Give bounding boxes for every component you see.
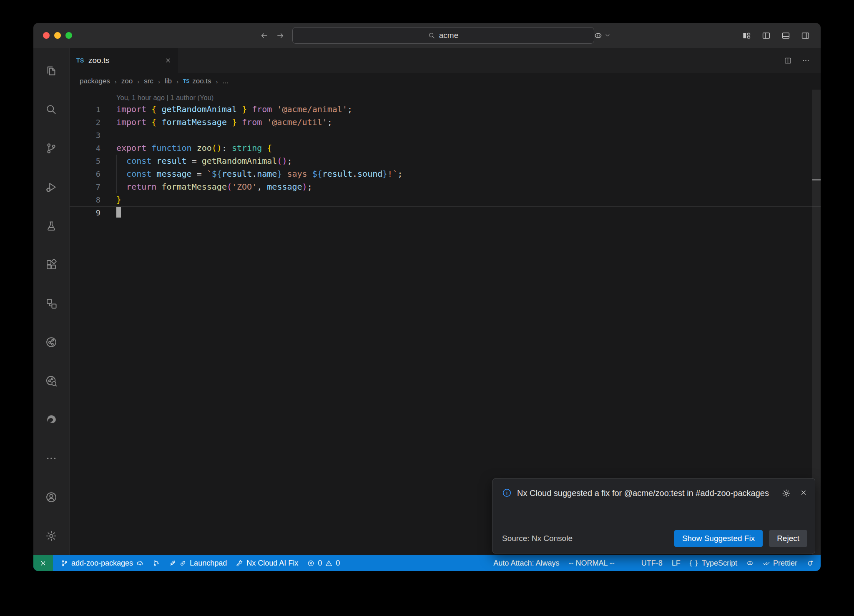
breadcrumb-item-lib[interactable]: lib (165, 77, 172, 85)
tab-zoo-ts[interactable]: TS zoo.ts (70, 48, 178, 73)
line-text: import { getRandomAnimal } from '@acme/a… (116, 103, 352, 116)
status-nx-cloud-ai-fix[interactable]: Nx Cloud AI Fix (231, 555, 303, 571)
copilot-icon (594, 31, 603, 40)
sidebar-item-testing[interactable] (33, 206, 69, 245)
breadcrumb-item-zoo-ts[interactable]: TSzoo.ts (183, 77, 211, 85)
reject-button[interactable]: Reject (769, 530, 807, 547)
edge-icon (45, 414, 57, 426)
chevron-right-icon: › (158, 78, 160, 85)
status-encoding[interactable]: UTF-8 (637, 555, 667, 571)
bell-dot-icon (806, 560, 814, 567)
chevron-down-icon (605, 33, 610, 38)
check-double-icon (763, 560, 770, 567)
status-auto-attach[interactable]: Auto Attach: Always (489, 555, 564, 571)
debug-icon (45, 181, 57, 193)
notification-toast: Nx Cloud suggested a fix for @acme/zoo:t… (492, 478, 815, 553)
line-number[interactable]: 1 (70, 103, 100, 116)
toggle-sidebar-left-icon[interactable] (762, 31, 771, 40)
account-icon (45, 491, 57, 503)
titlebar-search[interactable]: acme (292, 27, 594, 44)
cloud-upload-icon (136, 560, 143, 567)
sidebar-item-accounts[interactable] (33, 478, 69, 516)
vscode-window: acme (33, 23, 821, 571)
status-label: Nx Cloud AI Fix (246, 559, 298, 568)
breadcrumb-item-zoo[interactable]: zoo (121, 77, 133, 85)
code-line-4: 4export function zoo(): string { (70, 142, 821, 155)
circle-graph-icon (45, 336, 57, 348)
line-number[interactable]: 3 (70, 129, 100, 142)
sidebar-item-more-views[interactable] (33, 439, 69, 478)
breadcrumb-item-packages[interactable]: packages (80, 77, 110, 85)
status-bar-left: add-zoo-packagesLaunchpadNx Cloud AI Fix… (33, 555, 344, 571)
line-number[interactable]: 8 (70, 193, 100, 206)
line-text: return formatMessage('ZOO', message); (116, 180, 312, 193)
breadcrumb-item-src[interactable]: src (144, 77, 153, 85)
status-bar-right: Auto Attach: Always-- NORMAL --UTF-8LF{ … (489, 555, 821, 571)
status-language[interactable]: { }TypeScript (685, 555, 742, 571)
status-git-branch[interactable]: add-zoo-packages (55, 555, 148, 571)
status-source-control-graph[interactable] (148, 555, 164, 571)
code-line-7: 7 return formatMessage('ZOO', message); (70, 180, 821, 193)
notification-close-icon[interactable] (800, 489, 807, 496)
copilot-menu[interactable] (594, 31, 610, 40)
toggle-sidebar-right-icon[interactable] (801, 31, 810, 40)
window-controls (33, 32, 114, 39)
code-line-1: 1import { getRandomAnimal } from '@acme/… (70, 103, 821, 116)
line-text: const result = getRandomAnimal(); (116, 155, 292, 168)
forward-icon[interactable] (276, 31, 285, 40)
sidebar-item-nx-console[interactable] (33, 323, 69, 361)
close-window-button[interactable] (43, 32, 50, 39)
code-line-5: 5 const result = getRandomAnimal(); (70, 155, 821, 168)
line-number[interactable]: 5 (70, 155, 100, 168)
status-eol[interactable]: LF (667, 555, 685, 571)
status-prettier[interactable]: Prettier (758, 555, 802, 571)
typescript-file-icon: TS (76, 57, 84, 64)
vim-block-cursor (116, 207, 121, 218)
zoom-window-button[interactable] (65, 32, 72, 39)
code-line-2: 2import { formatMessage } from '@acme/ut… (70, 116, 821, 129)
status-label: add-zoo-packages (71, 559, 133, 568)
status-vim-mode[interactable]: -- NORMAL -- (564, 555, 619, 571)
line-text (116, 206, 121, 219)
line-number[interactable]: 4 (70, 142, 100, 155)
tab-close-icon[interactable] (165, 57, 171, 64)
more-actions-icon[interactable] (802, 57, 810, 65)
show-suggested-fix-button[interactable]: Show Suggested Fix (674, 530, 763, 547)
breadcrumb-item--[interactable]: ... (223, 77, 229, 85)
status-label: 0 (336, 559, 340, 568)
sidebar-item-edge-tools[interactable] (33, 400, 69, 439)
back-icon[interactable] (260, 31, 269, 40)
status-remote[interactable] (33, 555, 53, 571)
linked-squares-icon (45, 298, 57, 309)
status-launchpad[interactable]: Launchpad (164, 555, 231, 571)
sidebar-item-settings[interactable] (33, 516, 69, 555)
sidebar-item-explorer[interactable] (33, 51, 69, 90)
line-number[interactable]: 9 (70, 206, 100, 219)
sidebar-item-source-control[interactable] (33, 129, 69, 168)
tab-bar: TS zoo.ts (70, 48, 821, 73)
notification-settings-icon[interactable] (782, 489, 791, 498)
search-value: acme (439, 31, 458, 40)
sidebar-item-project-graph[interactable] (33, 284, 69, 323)
minimize-window-button[interactable] (54, 32, 61, 39)
toggle-panel-icon[interactable] (781, 31, 790, 40)
line-number[interactable]: 2 (70, 116, 100, 129)
code-line-6: 6 const message = `${result.name} says $… (70, 168, 821, 180)
status-notifications[interactable] (802, 555, 821, 571)
sidebar-item-extensions[interactable] (33, 245, 69, 284)
sidebar-item-nx-cloud[interactable] (33, 361, 69, 400)
sidebar-item-search[interactable] (33, 90, 69, 129)
layout-controls (742, 31, 810, 40)
braces-icon: { } (690, 559, 698, 567)
customize-layout-icon[interactable] (742, 31, 751, 40)
copilot-icon (746, 560, 754, 567)
chevron-right-icon: › (115, 78, 117, 85)
line-number[interactable]: 6 (70, 168, 100, 180)
status-copilot[interactable] (742, 555, 758, 571)
status-label: Prettier (773, 559, 797, 568)
sidebar-item-run-debug[interactable] (33, 168, 69, 206)
line-number[interactable]: 7 (70, 180, 100, 193)
search-icon (428, 32, 435, 39)
split-editor-icon[interactable] (784, 57, 792, 65)
status-problems[interactable]: 00 (303, 555, 344, 571)
